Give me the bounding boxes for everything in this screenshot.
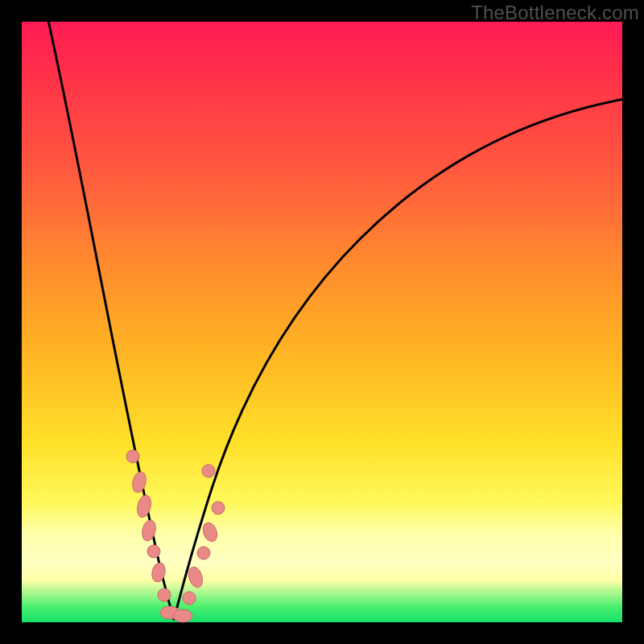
svg-point-1: [130, 470, 148, 493]
svg-point-9: [183, 592, 196, 605]
right-curve: [174, 99, 624, 619]
svg-point-13: [212, 502, 225, 514]
svg-point-14: [202, 464, 215, 477]
svg-point-0: [126, 450, 139, 463]
watermark-text: TheBottleneck.com: [471, 2, 639, 24]
svg-point-3: [140, 518, 158, 542]
svg-point-6: [158, 588, 171, 601]
chart-stage: TheBottleneck.com: [0, 0, 644, 644]
valley-dots: [126, 450, 225, 622]
svg-point-12: [200, 521, 219, 543]
svg-point-4: [147, 545, 160, 558]
svg-point-8: [173, 609, 192, 622]
svg-point-11: [197, 547, 210, 559]
plot-area: [22, 22, 622, 622]
svg-point-2: [135, 493, 153, 518]
svg-point-10: [186, 565, 204, 589]
curve-layer: [22, 22, 622, 622]
